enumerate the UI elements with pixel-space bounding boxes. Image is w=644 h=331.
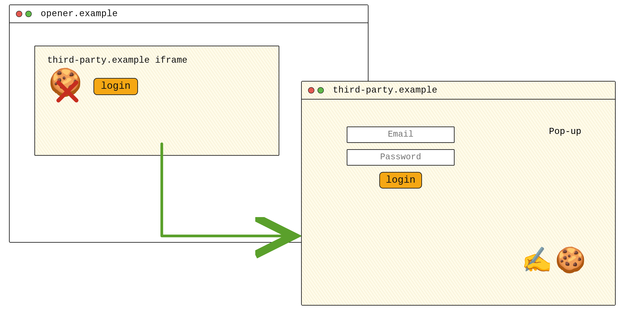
zoom-dot-icon[interactable] (318, 87, 324, 94)
login-form: login (347, 126, 454, 188)
popup-login-button[interactable]: login (379, 172, 422, 188)
popup-body: Pop-up login ✍️ 🍪 (302, 100, 615, 305)
close-dot-icon[interactable] (308, 87, 314, 94)
popup-titlebar: third-party.example (302, 82, 615, 100)
cookie-write-icons: ✍️ 🍪 (522, 246, 586, 276)
password-field[interactable] (347, 149, 454, 166)
popup-window: third-party.example Pop-up login ✍️ 🍪 (301, 81, 616, 306)
popup-title: third-party.example (333, 85, 438, 95)
email-field[interactable] (347, 126, 454, 143)
window-controls[interactable] (308, 87, 324, 94)
writing-hand-icon: ✍️ (522, 246, 552, 276)
cookie-icon: 🍪 (555, 246, 586, 276)
popup-label: Pop-up (549, 126, 581, 136)
